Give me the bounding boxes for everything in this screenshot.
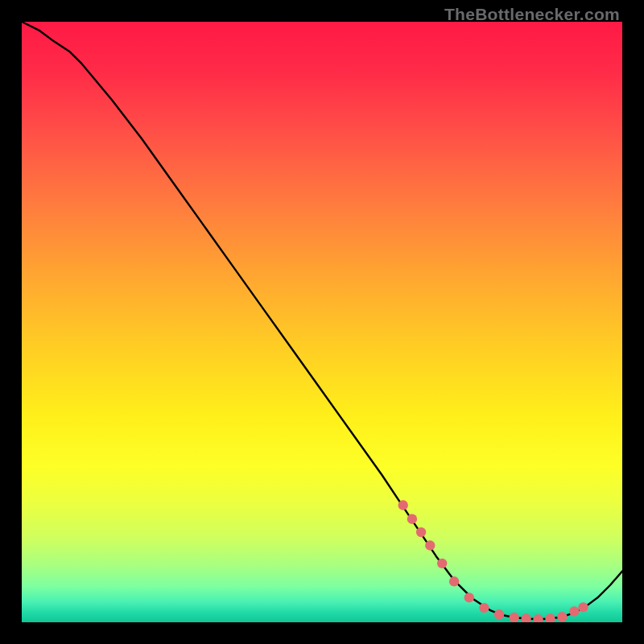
marker-dot [398,500,408,510]
marker-dot [557,612,567,621]
marker-dot [494,609,504,619]
marker-dots [22,22,622,622]
marker-dot [464,592,474,602]
marker-dot [437,559,447,568]
marker-dot [545,613,555,622]
marker-dot [416,527,426,537]
plot-area [22,22,622,622]
marker-dot [521,613,530,622]
watermark-text: TheBottlenecker.com [444,5,620,24]
marker-dot [510,613,519,622]
marker-dot [425,540,435,550]
marker-dot [407,514,417,523]
marker-dot [533,614,543,622]
marker-dot [569,606,579,616]
marker-dot [449,576,459,586]
chart-stage: TheBottlenecker.com [0,0,644,644]
marker-dot [479,603,489,613]
marker-dot [578,602,588,612]
